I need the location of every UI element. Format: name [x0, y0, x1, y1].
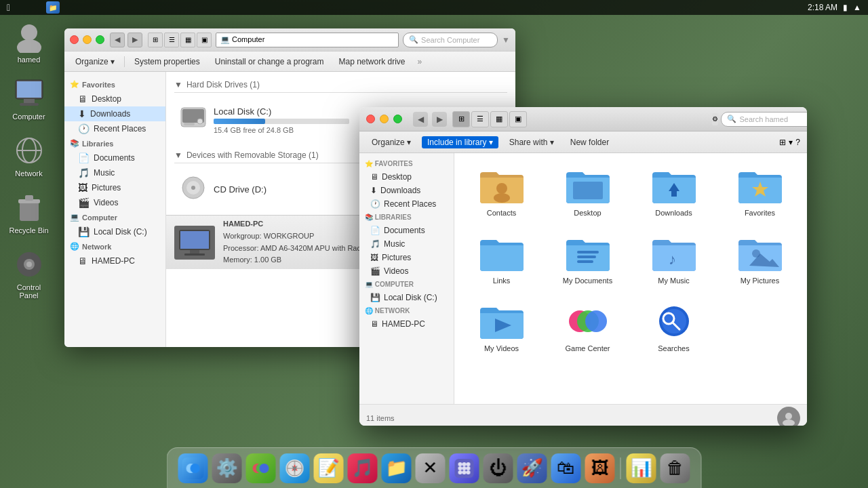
- folder-search[interactable]: Searches: [633, 296, 714, 358]
- folder-game-center[interactable]: Game Center: [547, 296, 628, 358]
- sidebar-item-videos[interactable]: 🎬 Videos: [64, 195, 165, 210]
- svg-point-17: [197, 119, 203, 124]
- folder-favorites[interactable]: Favorites: [719, 160, 800, 222]
- mac-sidebar-pictures[interactable]: 🖼 Pictures: [359, 251, 454, 264]
- desktop-icon-computer-label: Computer: [12, 113, 45, 121]
- dock-cross[interactable]: ✕: [416, 453, 446, 483]
- folder-video[interactable]: My Videos: [461, 296, 542, 358]
- dock-preview[interactable]: 🖼: [585, 453, 615, 483]
- explorer-forward-button[interactable]: ▶: [127, 33, 142, 47]
- explorer-search-bar[interactable]: 🔍 Search Computer: [403, 33, 498, 47]
- sidebar-item-pictures[interactable]: 🖼 Pictures: [64, 180, 165, 195]
- svg-point-26: [496, 183, 507, 194]
- explorer-system-props-button[interactable]: System properties: [129, 56, 205, 68]
- desktop-icon-user[interactable]: hamed: [7, 20, 51, 64]
- desktop-icon-network[interactable]: Network: [7, 134, 51, 178]
- my-pictures-folder-label: My Pictures: [741, 277, 779, 285]
- desktop-icon-recycle[interactable]: Recycle Bin: [7, 191, 51, 235]
- mac-minimize-button[interactable]: [380, 115, 389, 123]
- sidebar-item-localdisk[interactable]: 💾 Local Disk (C:): [64, 224, 165, 239]
- sidebar-pictures-label: Pictures: [92, 183, 121, 192]
- svg-point-46: [783, 420, 795, 426]
- mac-list-view-button[interactable]: ☰: [471, 111, 489, 127]
- explorer-toolbar-more-icon[interactable]: »: [418, 57, 422, 66]
- dock-finder[interactable]: [178, 453, 208, 483]
- mac-sort-icon[interactable]: ▾: [789, 138, 793, 147]
- mac-back-button[interactable]: ◀: [413, 112, 428, 127]
- sidebar-item-recent-places[interactable]: 🕐 Recent Places: [64, 121, 165, 136]
- mac-forward-button[interactable]: ▶: [432, 112, 447, 127]
- mac-sidebar-desktop[interactable]: 🖥 Desktop: [359, 170, 454, 184]
- sidebar-item-documents[interactable]: 📄 Documents: [64, 150, 165, 165]
- explorer-tiles-button[interactable]: ▣: [197, 33, 212, 47]
- explorer-maximize-button[interactable]: [96, 35, 104, 44]
- dock-stickies[interactable]: 📊: [627, 453, 656, 483]
- mac-share-button[interactable]: Share with ▾: [504, 136, 559, 148]
- mac-search-bar[interactable]: 🔍 Search hamed: [721, 112, 807, 127]
- mac-sidebar-recent[interactable]: 🕐 Recent Places: [359, 197, 454, 211]
- explorer-uninstall-button[interactable]: Uninstall or change a program: [210, 56, 330, 68]
- explorer-large-icons-button[interactable]: ⊞: [148, 33, 163, 47]
- folder-desktop[interactable]: Desktop: [547, 160, 628, 222]
- dock-appstore[interactable]: 🛍: [551, 453, 581, 483]
- folder-contacts[interactable]: Contacts: [461, 160, 542, 222]
- dock-system-prefs[interactable]: ⚙️: [212, 453, 242, 483]
- explorer-minimize-button[interactable]: [83, 35, 92, 44]
- dock-trash[interactable]: 🗑: [660, 453, 690, 483]
- explorer-map-network-button[interactable]: Map network drive: [334, 56, 411, 68]
- sidebar-item-music[interactable]: 🎵 Music: [64, 165, 165, 180]
- folder-my-music[interactable]: ♪ My Music: [633, 228, 714, 290]
- explorer-details-button[interactable]: ▦: [180, 33, 195, 47]
- svg-point-68: [462, 470, 467, 474]
- explorer-back-button[interactable]: ◀: [110, 33, 125, 47]
- mac-cover-view-button[interactable]: ▣: [509, 111, 527, 127]
- dock-music[interactable]: 🎵: [348, 453, 378, 483]
- folder-downloads[interactable]: Downloads: [633, 160, 714, 222]
- mac-network-header: 🌐 Network: [359, 304, 454, 317]
- mac-sidebar-hamedpc[interactable]: 🖥 HAMED-PC: [359, 317, 454, 331]
- sidebar-item-downloads[interactable]: ⬇ Downloads: [64, 106, 165, 121]
- mac-sidebar-documents[interactable]: 📄 Documents: [359, 224, 454, 237]
- dock-launchpad[interactable]: [450, 453, 479, 483]
- apple-icon[interactable]: : [7, 2, 10, 13]
- dock-file-explorer[interactable]: 📁: [382, 453, 412, 483]
- dock: ⚙️ 📝 🎵 📁 ✕: [167, 447, 702, 488]
- dock-game-center[interactable]: [246, 453, 276, 483]
- dock-safari[interactable]: [280, 453, 310, 483]
- dock-rocket[interactable]: 🚀: [517, 453, 547, 483]
- mac-column-view-button[interactable]: ▦: [490, 111, 508, 127]
- mac-libraries-header: 📚 Libraries: [359, 211, 454, 224]
- mac-settings-icon[interactable]: ⚙: [712, 113, 718, 125]
- explorer-list-button[interactable]: ☰: [164, 33, 179, 47]
- folder-links[interactable]: Links: [461, 228, 542, 290]
- explorer-close-button[interactable]: [70, 35, 79, 44]
- mac-new-folder-button[interactable]: New folder: [565, 136, 614, 148]
- folder-my-documents[interactable]: My Documents: [547, 228, 628, 290]
- mac-sidebar-videos[interactable]: 🎬 Videos: [359, 264, 454, 278]
- mac-sidebar-downloads[interactable]: ⬇ Downloads: [359, 184, 454, 197]
- mac-organize-button[interactable]: Organize ▾: [366, 136, 416, 148]
- libraries-label: Libraries: [82, 140, 113, 148]
- explorer-nav-buttons: ◀ ▶: [110, 33, 142, 47]
- mac-sidebar-localdisk[interactable]: 💾 Local Disk (C:): [359, 291, 454, 304]
- mac-icon-view-button[interactable]: ⊞: [452, 111, 470, 127]
- taskbar-explorer-icon[interactable]: 📁: [46, 1, 60, 14]
- desktop-icon-computer[interactable]: Computer: [7, 77, 51, 121]
- mac-include-button[interactable]: Include in library ▾: [422, 136, 498, 148]
- desktop-icon-control-panel[interactable]: Control Panel: [7, 248, 51, 300]
- sidebar-item-hamedpc[interactable]: 🖥 HAMED-PC: [64, 253, 165, 268]
- explorer-address-bar[interactable]: 💻 Computer: [216, 33, 399, 47]
- svg-point-64: [458, 466, 462, 470]
- sidebar-item-desktop[interactable]: 🖥 Desktop: [64, 92, 165, 106]
- dock-power[interactable]: ⏻: [484, 453, 513, 483]
- mac-sidebar-music[interactable]: 🎵 Music: [359, 237, 454, 251]
- desktop-icon-user-label: hamed: [18, 56, 41, 64]
- folder-my-pictures[interactable]: My Pictures: [719, 228, 800, 290]
- control-panel-icon: [13, 248, 45, 281]
- mac-close-button[interactable]: [366, 115, 375, 123]
- dock-notes[interactable]: 📝: [314, 453, 344, 483]
- mac-view-icon[interactable]: ⊞: [779, 138, 786, 147]
- mac-help-icon[interactable]: ?: [795, 138, 800, 147]
- explorer-organize-button[interactable]: Organize ▾: [70, 56, 120, 68]
- mac-maximize-button[interactable]: [393, 115, 402, 123]
